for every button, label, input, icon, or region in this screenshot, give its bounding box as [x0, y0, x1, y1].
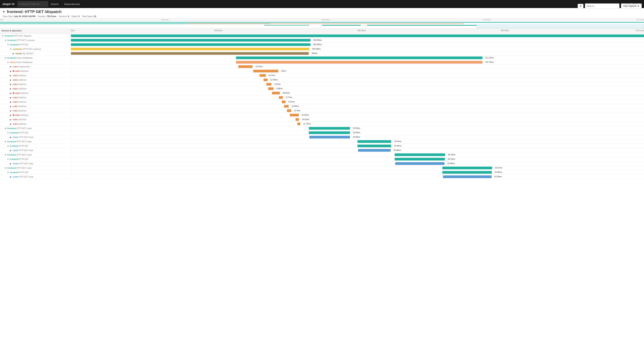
table-row[interactable]: ▼frontend HTTP GET /dispatch — [0, 34, 644, 38]
span-bar[interactable] — [71, 34, 644, 37]
span-bar[interactable] — [71, 39, 310, 41]
expand-button[interactable]: ▼ — [7, 132, 10, 134]
table-row[interactable]: ▼frontend HTTP GET: /route43.45ms — [0, 139, 644, 144]
expand-button[interactable]: ▶ — [10, 105, 12, 107]
table-row[interactable]: ▼driver Driver::findNearest210.78ms — [0, 60, 644, 64]
span-bar[interactable] — [290, 114, 298, 116]
expand-button[interactable]: ▶ — [12, 52, 15, 54]
trace-lookup-input[interactable] — [18, 1, 48, 7]
table-row[interactable]: ▶redis GetDriver8.17ms — [0, 73, 644, 78]
expand-button[interactable]: ▼ — [7, 171, 10, 173]
expand-button[interactable]: ▼ — [10, 48, 12, 50]
span-bar[interactable] — [268, 87, 274, 90]
table-row[interactable]: ▼frontend HTTP GET: /route64.18ms — [0, 153, 644, 157]
expand-button[interactable]: ▼ — [4, 167, 7, 169]
expand-button[interactable]: ▶ — [10, 92, 12, 94]
span-bar[interactable] — [309, 127, 350, 130]
expand-button[interactable]: ▶ — [10, 88, 12, 90]
table-row[interactable]: ▶redis GetDriver31.63ms — [0, 113, 644, 117]
expand-button[interactable]: ▶ — [10, 110, 12, 112]
table-row[interactable]: ▶redis GetDriver14.02ms — [0, 117, 644, 122]
table-row[interactable]: ▼frontend HTTP GET43.44ms — [0, 144, 644, 148]
span-bar[interactable] — [309, 131, 350, 134]
span-bar[interactable] — [238, 65, 252, 68]
expand-button[interactable]: ▼ — [1, 35, 4, 37]
expand-button[interactable]: ▼ — [4, 127, 7, 129]
expand-button[interactable]: ▶ — [10, 66, 12, 68]
expand-button[interactable]: ▶ — [10, 136, 12, 138]
span-bar[interactable] — [260, 74, 266, 77]
expand-button[interactable]: ▶ — [10, 118, 12, 121]
expand-button[interactable]: ▶ — [10, 83, 12, 85]
expand-button[interactable]: ▶ — [10, 96, 12, 99]
expand-button[interactable]: ▶ — [10, 163, 12, 165]
expand-button[interactable]: ▼ — [7, 61, 10, 63]
table-row[interactable]: ▼frontend HTTP GET305.88ms — [0, 42, 644, 47]
span-bar[interactable] — [296, 118, 299, 121]
span-bar[interactable] — [297, 123, 300, 125]
table-row[interactable]: ▶redis GetDriver6.24ms — [0, 82, 644, 86]
span-bar[interactable] — [395, 153, 445, 156]
table-row[interactable]: ▶route HTTP GET /route63.39ms — [0, 175, 644, 179]
expand-button[interactable]: ▼ — [4, 154, 7, 156]
span-bar[interactable] — [71, 43, 310, 46]
span-bar[interactable] — [272, 92, 280, 94]
expand-button[interactable]: ▶ — [10, 176, 12, 178]
span-bar[interactable] — [395, 162, 444, 165]
nav-search[interactable]: Search — [48, 3, 61, 5]
table-row[interactable]: ▼frontend HTTP GET /customer305.89ms — [0, 38, 644, 42]
expand-button[interactable]: ▶ — [10, 149, 12, 151]
expand-button[interactable]: ▼ — [4, 141, 7, 143]
span-bar[interactable] — [442, 171, 492, 174]
collapse-icon[interactable]: ▼ — [2, 10, 5, 13]
minimap-selection[interactable] — [476, 24, 644, 28]
span-bar[interactable] — [71, 48, 309, 50]
expand-button[interactable]: ▶ — [10, 123, 12, 125]
span-bar[interactable] — [358, 140, 391, 143]
table-row[interactable]: ▶route HTTP GET /route42.48ms — [0, 148, 644, 153]
expand-button[interactable]: ▶ — [10, 70, 12, 72]
table-row[interactable]: ▶redis GetDriver28.81ms — [0, 91, 644, 95]
expand-button[interactable]: ▼ — [7, 145, 10, 147]
expand-button[interactable]: ▶ — [10, 101, 12, 103]
span-bar[interactable] — [253, 70, 278, 72]
table-row[interactable]: ▼frontend HTTP GET52.89ms — [0, 131, 644, 135]
span-bar[interactable] — [358, 145, 391, 147]
table-row[interactable]: ▶redis GetDriver32ms — [0, 69, 644, 73]
span-bar[interactable] — [443, 175, 492, 178]
table-row[interactable]: ▶route HTTP GET /route63.48ms — [0, 161, 644, 166]
span-bar[interactable] — [284, 105, 289, 108]
table-row[interactable]: ▶mysql SQL SELECT304ms — [0, 51, 644, 56]
table-row[interactable]: ▶redis GetDriver12.34ms — [0, 78, 644, 82]
nav-dependencies[interactable]: Dependencies — [61, 3, 82, 5]
span-bar[interactable] — [264, 78, 268, 81]
span-bar[interactable] — [279, 96, 283, 99]
expand-button[interactable]: ▼ — [7, 44, 10, 46]
table-row[interactable]: ▼frontend HTTP GET: /route52.92ms — [0, 126, 644, 131]
span-bar[interactable] — [442, 167, 492, 169]
table-row[interactable]: ▶redis GetDriver12.4ms — [0, 109, 644, 113]
span-bar[interactable] — [395, 158, 445, 160]
table-row[interactable]: ▶route HTTP GET /route52.08ms — [0, 135, 644, 139]
span-bar[interactable] — [236, 56, 482, 59]
span-bar[interactable] — [71, 52, 309, 55]
table-row[interactable]: ▶redis FindDriverIDs18.23ms — [0, 64, 644, 69]
table-row[interactable]: ▼customer HTTP GET /customer304.48ms — [0, 47, 644, 51]
table-row[interactable]: ▶redis GetDriver10.49ms — [0, 104, 644, 109]
table-row[interactable]: ▶redis GetDriver6.96ms — [0, 86, 644, 91]
expand-button[interactable]: ▼ — [4, 57, 7, 59]
span-bar[interactable] — [358, 149, 390, 152]
table-row[interactable]: ▼frontend Driver::findNearest211.15ms — [0, 56, 644, 60]
table-row[interactable]: ▶redis GetDriver11.72ms — [0, 122, 644, 126]
span-bar[interactable] — [282, 100, 286, 103]
table-row[interactable]: ▼frontend HTTP GET: /route63.67ms — [0, 166, 644, 170]
expand-button[interactable]: ▶ — [10, 114, 12, 116]
expand-button[interactable]: ▼ — [7, 158, 10, 160]
nav-about[interactable]: About Jaeger ▼ — [624, 3, 642, 5]
table-row[interactable]: ▼frontend HTTP GET63.65ms — [0, 170, 644, 175]
span-bar[interactable] — [287, 109, 291, 112]
span-bar[interactable] — [309, 136, 350, 138]
table-row[interactable]: ▼frontend HTTP GET64.15ms — [0, 157, 644, 161]
table-row[interactable]: ▶redis GetDriver8.12ms — [0, 100, 644, 104]
span-bar[interactable] — [266, 83, 272, 86]
